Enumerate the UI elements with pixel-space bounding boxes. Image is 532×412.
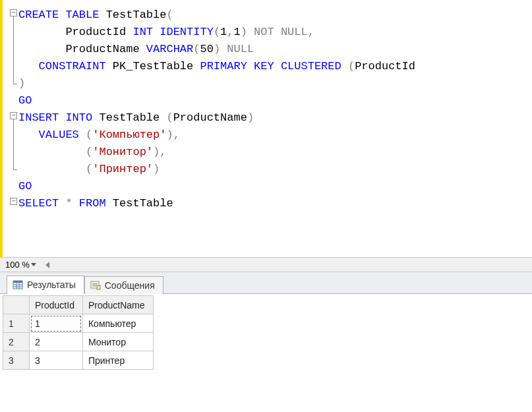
collapse-toggle[interactable] — [10, 112, 17, 119]
outline-guide — [13, 119, 14, 169]
grid-cell[interactable]: 3 — [30, 351, 83, 370]
collapse-toggle[interactable] — [10, 198, 17, 205]
row-header[interactable]: 2 — [3, 333, 30, 351]
table-row[interactable]: 22Монитор — [3, 333, 154, 351]
table-row[interactable]: 33Принтер — [3, 351, 154, 370]
svg-rect-1 — [13, 281, 22, 283]
tab-messages[interactable]: Сообщения — [84, 276, 163, 294]
grid-cell[interactable]: Принтер — [82, 351, 153, 370]
tab-messages-label: Сообщения — [105, 280, 155, 291]
table-row[interactable]: 11Компьютер — [3, 314, 154, 333]
zoom-bar: 100 % — [0, 257, 532, 272]
outline-guide-end — [13, 84, 17, 84]
hscroll-left-icon[interactable] — [45, 262, 49, 268]
row-header[interactable]: 3 — [3, 351, 30, 370]
row-header[interactable]: 1 — [3, 314, 30, 333]
tab-results-label: Результаты — [27, 280, 76, 290]
column-header[interactable]: ProductName — [82, 296, 153, 314]
grid-icon — [13, 280, 23, 290]
outline-gutter[interactable] — [3, 0, 17, 257]
results-panel: ProductIdProductName11Компьютер22Монитор… — [0, 294, 532, 412]
result-tabs: Результаты Сообщения — [0, 272, 532, 294]
collapse-toggle[interactable] — [10, 9, 17, 16]
zoom-value: 100 % — [5, 260, 30, 270]
grid-cell[interactable]: Компьютер — [82, 314, 153, 333]
outline-guide-end — [13, 169, 17, 170]
column-header[interactable]: ProductId — [30, 296, 83, 314]
code-area[interactable]: CREATE TABLE TestTable( ProductId INT ID… — [17, 0, 532, 257]
grid-cell[interactable]: 1 — [30, 314, 83, 333]
grid-cell[interactable]: 2 — [30, 333, 83, 351]
outline-guide — [13, 16, 14, 84]
results-grid[interactable]: ProductIdProductName11Компьютер22Монитор… — [3, 295, 154, 370]
grid-cell[interactable]: Монитор — [82, 333, 153, 351]
grid-corner[interactable] — [3, 296, 30, 314]
tab-results[interactable]: Результаты — [7, 276, 84, 294]
chevron-down-icon — [31, 263, 36, 266]
messages-icon — [90, 280, 101, 291]
zoom-combo[interactable]: 100 % — [4, 260, 38, 270]
sql-editor[interactable]: CREATE TABLE TestTable( ProductId INT ID… — [0, 0, 532, 257]
svg-rect-10 — [97, 285, 100, 289]
